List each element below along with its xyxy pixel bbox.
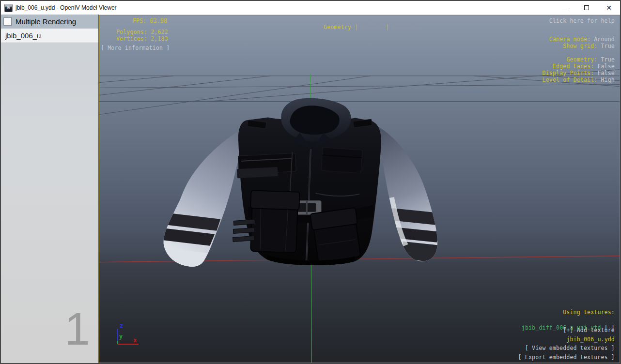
multiple-rendering-label: Multiple Rendering	[16, 17, 76, 26]
polygons-counter: Polygons: 2,622	[116, 29, 168, 35]
vertices-counter: Vertices: 2,183	[116, 36, 168, 42]
multiple-rendering-row: Multiple Rendering	[1, 15, 98, 29]
axis-x-label: x	[133, 337, 137, 344]
openiv-app-icon: IV	[4, 4, 13, 12]
minimize-icon	[562, 8, 567, 8]
openiv-icon-text: IV	[7, 6, 11, 10]
main-area: Multiple Rendering jbib_006_u 1	[1, 15, 620, 363]
multiple-rendering-checkbox[interactable]	[3, 17, 12, 26]
tab-separator: |	[355, 24, 358, 30]
maximize-button[interactable]	[575, 1, 598, 15]
model-list-item[interactable]: jbib_006_u	[1, 29, 98, 43]
model-viewport[interactable]: z y x FPS: 63.98 Polygons: 2,622 Vertice…	[99, 15, 620, 363]
help-link[interactable]: Click here for help	[549, 18, 615, 24]
axis-y-label: y	[119, 333, 123, 340]
add-texture-button[interactable]: [+] Add texture	[563, 327, 615, 334]
close-icon: ✕	[606, 4, 612, 11]
fps-counter: FPS: 63.98	[133, 18, 167, 24]
window-title: jbib_006_u.ydd - OpenIV Model Viewer	[16, 4, 117, 11]
using-textures-header: Using textures:	[563, 309, 615, 316]
render-slot-number: 1	[64, 306, 90, 352]
app-window: IV jbib_006_u.ydd - OpenIV Model Viewer …	[0, 0, 621, 364]
jacket-model	[157, 98, 440, 268]
left-sleeve-bands	[157, 213, 220, 268]
titlebar[interactable]: IV jbib_006_u.ydd - OpenIV Model Viewer …	[1, 1, 620, 15]
maximize-icon	[584, 5, 589, 10]
axis-gizmo: z y x	[118, 322, 139, 344]
tab-skeleton[interactable]: Skeleton	[392, 24, 420, 30]
tab-bounds[interactable]: Bounds	[361, 24, 382, 30]
export-embedded-textures-button[interactable]: [ Export embedded textures ]	[518, 354, 615, 361]
view-embedded-textures-button[interactable]: [ View embedded textures ]	[525, 345, 615, 351]
setting-level-of-detail[interactable]: Level of Detail:High	[515, 71, 615, 90]
minimize-button[interactable]	[553, 1, 575, 15]
model-list-sidebar: Multiple Rendering jbib_006_u 1	[1, 15, 99, 363]
close-button[interactable]: ✕	[598, 1, 620, 15]
tab-geometry[interactable]: Geometry	[324, 24, 351, 30]
model-file-name: jbib_006_u.ydd	[566, 336, 615, 343]
axis-z-label: z	[120, 322, 123, 329]
view-tabs: Geometry|Bounds|Skeleton	[296, 18, 420, 37]
left-sleeve	[164, 127, 249, 267]
tab-separator: |	[386, 24, 389, 30]
more-information-link[interactable]: [ More information ]	[101, 45, 170, 51]
window-controls: ✕	[553, 1, 620, 15]
